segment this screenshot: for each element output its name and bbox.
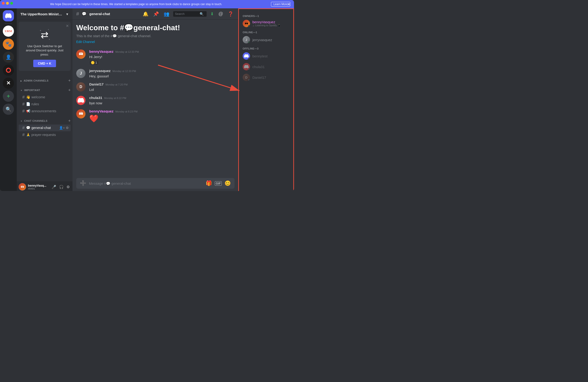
message-avatar: 🕶 [76,49,85,59]
message-content: chula31 Monday at 8:22 PM bye now [89,96,234,105]
message-group: chula31 Monday at 8:22 PM bye now [76,96,234,105]
category-chat-channels-label[interactable]: ▼ CHAT CHANNELS [21,120,47,122]
add-file-button[interactable]: ➕ [80,180,86,186]
message-content: Daniel17 Monday at 7:20 PM Lol [89,82,234,92]
explore-servers-button[interactable]: 🔍 [3,104,14,115]
channel-header-name: general-chat [89,12,110,16]
member-item[interactable]: 🕶 bennyVasquez ♫ Listening to Spotify 📱 [241,18,292,29]
channel-general-chat[interactable]: # 💬 general-chat 👤+ ⚙ [19,124,71,131]
notifications-button[interactable]: 🔔 [142,10,149,18]
message-content: bennyVasquez Monday at 8:23 PM ❤️ [89,109,234,123]
member-item[interactable]: chula31 [241,61,292,72]
mention-button[interactable]: @ [218,10,224,18]
member-name: bennyVasquez [252,20,281,24]
user-display-name: bennyVasq... [28,184,49,187]
user-avatar: 🕶 [19,183,26,191]
gift-button[interactable]: 🎁 [206,180,212,186]
channel-header: # 💬 general-chat 🔔 📌 👥 🔍 ⬇ @ ❓ [73,8,238,20]
settings-icon[interactable]: ⚙ [66,126,69,130]
server-dark[interactable]: 👤 [3,52,14,63]
member-avatar [243,52,250,60]
deafen-headphones-button[interactable]: 🎧 [58,184,65,190]
gif-button[interactable]: GIF [215,181,222,186]
category-important-label[interactable]: ▼ IMPORTANT [21,89,40,92]
maximize-window-button[interactable] [10,2,13,5]
channel-rules[interactable]: # 📄 rules [19,101,71,108]
server-x[interactable]: ✕ [3,78,14,89]
app-layout: URM 🐾 👤 ⭕ ✕ + 🔍 The UpperRoom Ministri..… [0,8,294,191]
message-text: Hey, guuuurl [89,74,234,79]
quick-switcher-shortcut-button[interactable]: CMD + K [33,60,56,67]
hash-icon: # [22,95,25,100]
member-avatar: D [243,74,250,81]
message-group: 🕶 bennyVasquez Monday at 8:23 PM ❤️ [76,109,234,123]
main-content: # 💬 general-chat 🔔 📌 👥 🔍 ⬇ @ ❓ Welcome t… [73,8,238,191]
user-controls: 🎤 🎧 ⚙ [51,184,71,190]
channel-welcome-header: Welcome to #💬general-chat! This is the s… [76,23,234,44]
banner-close-button[interactable]: ✕ [287,2,290,6]
member-item[interactable]: J jerryvasquez [241,35,292,45]
message-input[interactable] [89,181,203,185]
status-offline-dot [248,79,250,81]
server-circle[interactable]: ⭕ [3,65,14,76]
channel-sidebar: The UpperRoom Ministri... ▼ ✕ ✦ ✦ ✦ ⇄ Us… [17,8,73,191]
quick-switcher-close-button[interactable]: ✕ [66,24,69,28]
help-button[interactable]: ❓ [227,10,234,18]
add-member-icon[interactable]: 👤+ [59,126,65,130]
offline-section-header: OFFLINE—3 [241,45,292,51]
user-bar: 🕶 bennyVasq... #8491 🎤 🎧 ⚙ [17,181,73,191]
message-group: J jerryvasquez Monday at 12:33 PM Hey, g… [76,69,234,79]
add-important-channel-button[interactable]: + [68,88,71,93]
message-content: bennyVasquez Monday at 12:33 PM Hi Jerry… [89,49,234,65]
member-name: chula31 [252,65,265,69]
member-avatar [243,63,250,70]
message-header: bennyVasquez Monday at 8:23 PM [89,109,234,113]
close-window-button[interactable] [2,2,5,5]
add-server-button[interactable]: + [3,91,14,102]
banner-text: We hope Discord can be helpful in these … [4,2,269,6]
message-avatar: 🕶 [76,109,85,119]
emoji-button[interactable]: 😊 [225,180,231,186]
channel-announcements[interactable]: # 📢 announcements [19,108,71,115]
member-name: Daniel17 [252,76,266,80]
message-timestamp: Monday at 8:23 PM [115,110,137,113]
hash-icon: # [22,102,25,107]
minimize-window-button[interactable] [6,2,9,5]
server-header[interactable]: The UpperRoom Ministri... ▼ [17,8,73,20]
pinned-messages-button[interactable]: 📌 [152,10,160,18]
member-item[interactable]: D Daniel17 [241,72,292,82]
server-urm[interactable]: URM [3,26,14,37]
server-orange[interactable]: 🐾 [3,39,14,50]
hash-icon: # [22,125,25,130]
member-info: bennyVasquez ♫ Listening to Spotify 📱 [252,20,281,27]
search-input[interactable] [175,12,198,16]
category-admin-channels-label[interactable]: ▶ ADMIN CHANNELS [21,79,49,82]
add-admin-channel-button[interactable]: + [68,78,71,83]
message-avatar: D [76,82,85,92]
discord-home-button[interactable] [3,10,14,21]
channel-header-hash-icon: # [76,11,79,17]
message-reaction[interactable]: 🟡 1 [89,60,99,65]
message-author: chula31 [89,96,102,100]
hash-icon: # [22,132,25,137]
search-bar[interactable]: 🔍 [173,11,207,17]
member-avatar: 🕶 [243,20,250,27]
message-avatar [76,96,85,105]
channel-welcome[interactable]: # 👋 welcome [19,94,71,101]
member-item[interactable]: bennytest [241,51,292,61]
members-list-button[interactable]: 👥 [163,10,170,18]
add-chat-channel-button[interactable]: + [68,119,71,123]
status-online-dot [248,41,250,43]
mute-microphone-button[interactable]: 🎤 [51,184,57,190]
inbox-button[interactable]: ⬇ [210,10,215,18]
messages-area: Welcome to #💬general-chat! This is the s… [73,20,238,178]
channel-prayer-requests[interactable]: # 🙏 prayer-requests [19,132,71,138]
message-timestamp: Monday at 8:22 PM [104,97,126,100]
message-header: bennyVasquez Monday at 12:33 PM [89,49,234,53]
hash-icon: # [22,109,25,114]
user-settings-button[interactable]: ⚙ [65,184,71,190]
edit-channel-link[interactable]: Edit Channel [76,40,95,44]
message-timestamp: Monday at 12:33 PM [112,70,136,73]
channel-list: ▶ ADMIN CHANNELS + ▼ IMPORTANT + # 👋 wel… [17,73,73,181]
channel-actions: 👤+ ⚙ [59,126,69,130]
